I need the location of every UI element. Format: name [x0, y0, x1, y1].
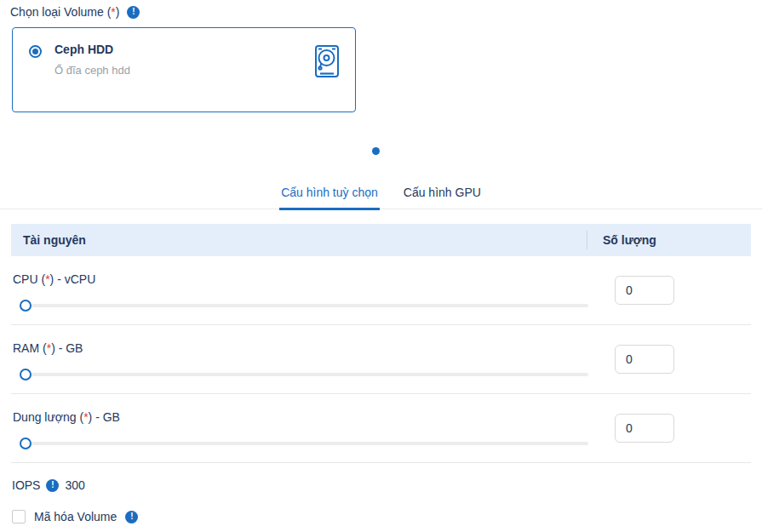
carousel-dots — [0, 143, 751, 158]
cpu-row-left: CPU (*) - vCPU — [11, 256, 599, 324]
ram-label: RAM (*) - GB — [11, 341, 599, 355]
cpu-row-right — [599, 256, 751, 324]
volume-card-text: Ceph HDD Ổ đĩa ceph hdd — [54, 43, 130, 77]
column-header-resource: Tài nguyên — [11, 233, 587, 247]
volume-type-label-text: Chọn loại Volume (*) — [10, 5, 119, 19]
iops-label: IOPS — [12, 478, 40, 492]
capacity-row-right — [599, 394, 751, 462]
encrypt-volume-row[interactable]: Mã hóa Volume ! — [11, 510, 751, 523]
cpu-slider-track[interactable] — [20, 304, 588, 307]
iops-row: IOPS ! 300 — [11, 478, 751, 492]
cpu-label: CPU (*) - vCPU — [11, 272, 599, 286]
capacity-quantity-input[interactable] — [615, 414, 674, 443]
info-icon[interactable]: ! — [125, 511, 138, 523]
volume-card-subtitle: Ổ đĩa ceph hdd — [54, 64, 130, 77]
volume-card-ceph-hdd[interactable]: Ceph HDD Ổ đĩa ceph hdd — [12, 27, 356, 112]
capacity-label: Dung lượng (*) - GB — [11, 410, 599, 424]
capacity-slider[interactable] — [11, 438, 599, 449]
cpu-slider-handle[interactable] — [20, 300, 32, 312]
table-row-capacity: Dung lượng (*) - GB — [11, 394, 751, 463]
table-header: Tài nguyên Số lượng — [11, 224, 751, 256]
carousel-dot-active[interactable] — [372, 147, 380, 155]
table-row-ram: RAM (*) - GB — [11, 325, 751, 394]
volume-radio[interactable] — [29, 45, 42, 58]
info-icon[interactable]: ! — [127, 6, 140, 19]
ram-row-right — [599, 325, 751, 393]
ram-quantity-input[interactable] — [615, 345, 674, 374]
capacity-slider-track[interactable] — [20, 442, 588, 445]
capacity-slider-handle[interactable] — [20, 438, 32, 449]
table-row-cpu: CPU (*) - vCPU — [11, 256, 751, 325]
tab-gpu-config[interactable]: Cấu hình GPU — [402, 180, 483, 210]
encrypt-volume-checkbox[interactable] — [12, 510, 26, 523]
cpu-slider[interactable] — [11, 300, 599, 312]
ram-slider[interactable] — [11, 369, 599, 380]
ram-slider-track[interactable] — [20, 373, 588, 376]
config-tabs: Cấu hình tuỳ chọn Cấu hình GPU — [0, 180, 762, 209]
ram-row-left: RAM (*) - GB — [11, 325, 599, 393]
capacity-row-left: Dung lượng (*) - GB — [11, 394, 599, 462]
radio-selected-dot — [32, 49, 38, 54]
volume-card-title: Ceph HDD — [54, 43, 130, 56]
volume-type-label: Chọn loại Volume (*) ! — [10, 5, 762, 19]
cpu-quantity-input[interactable] — [615, 276, 674, 305]
iops-value: 300 — [65, 478, 84, 492]
column-header-quantity: Số lượng — [587, 233, 656, 247]
tab-custom-config[interactable]: Cấu hình tuỳ chọn — [279, 180, 380, 210]
info-icon[interactable]: ! — [46, 479, 59, 492]
encrypt-volume-label: Mã hóa Volume — [34, 510, 117, 523]
hdd-icon — [314, 44, 340, 82]
ram-slider-handle[interactable] — [20, 369, 32, 380]
